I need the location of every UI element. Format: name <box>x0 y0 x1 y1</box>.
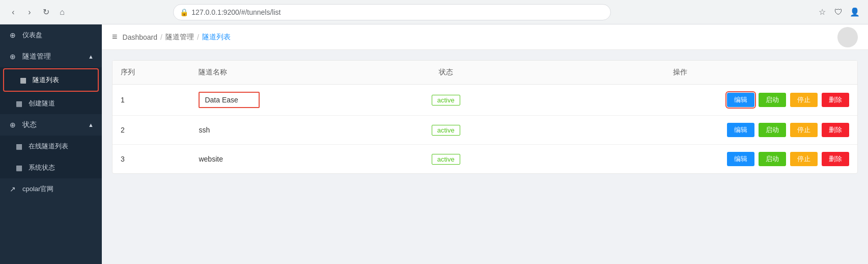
status-icon: ⊕ <box>8 121 17 129</box>
refresh-button[interactable]: ↻ <box>39 5 53 19</box>
cell-actions-2: 编辑 启动 停止 删除 <box>503 116 857 145</box>
tunnel-table: 序列 隧道名称 状态 操作 1 Data Ease <box>113 61 857 173</box>
sidebar-item-create-tunnel-label: 创建隧道 <box>29 99 55 108</box>
table-row: 3 website active 编辑 启动 停止 删除 <box>113 145 857 174</box>
th-index: 序列 <box>113 61 190 85</box>
tunnel-name-highlighted: Data Ease <box>199 92 260 108</box>
url-text: 127.0.0.1:9200/#/tunnels/list <box>191 8 281 16</box>
th-actions: 操作 <box>503 61 857 85</box>
address-bar[interactable]: 🔒 127.0.0.1:9200/#/tunnels/list <box>173 4 611 20</box>
edit-button-1[interactable]: 编辑 <box>727 93 754 107</box>
cell-actions-3: 编辑 启动 停止 删除 <box>503 145 857 174</box>
bookmark-button[interactable]: ☆ <box>815 5 829 19</box>
delete-button-2[interactable]: 删除 <box>822 123 849 137</box>
sidebar-item-cpolar[interactable]: ↗ cpolar官网 <box>0 178 102 200</box>
action-buttons-3: 编辑 启动 停止 删除 <box>511 152 849 166</box>
sidebar-item-tunnel-list[interactable]: ▦ 隧道列表 <box>3 68 99 92</box>
browser-chrome: ‹ › ↻ ⌂ 🔒 127.0.0.1:9200/#/tunnels/list … <box>0 0 868 24</box>
action-buttons-2: 编辑 启动 停止 删除 <box>511 123 849 137</box>
content-area: 序列 隧道名称 状态 操作 1 Data Ease <box>102 50 868 264</box>
sidebar-item-online-tunnels-label: 在线隧道列表 <box>29 142 68 151</box>
chevron-down-icon: ▲ <box>88 54 94 60</box>
status-badge-2: active <box>432 125 460 136</box>
start-button-3[interactable]: 启动 <box>759 152 786 166</box>
menu-toggle-icon[interactable]: ≡ <box>112 32 118 42</box>
breadcrumb-sep-2: / <box>197 33 199 41</box>
th-status: 状态 <box>388 61 503 85</box>
topbar-left: ≡ Dashboard / 隧道管理 / 隧道列表 <box>112 32 231 42</box>
main-content: ≡ Dashboard / 隧道管理 / 隧道列表 序列 隧道名称 <box>102 24 868 264</box>
edit-button-2[interactable]: 编辑 <box>727 123 754 137</box>
start-button-1[interactable]: 启动 <box>759 93 786 107</box>
shield-button[interactable]: 🛡 <box>831 5 846 19</box>
sidebar-item-dashboard[interactable]: ⊕ 仪表盘 <box>0 24 102 46</box>
home-button[interactable]: ⌂ <box>55 5 69 19</box>
browser-actions: ☆ 🛡 👤 <box>815 5 862 19</box>
status-badge-1: active <box>432 95 460 105</box>
stop-button-3[interactable]: 停止 <box>790 152 818 166</box>
sidebar: ⊕ 仪表盘 ⊕ 隧道管理 ▲ ▦ 隧道列表 ▦ 创建隧道 ⊕ 状态 ▲ <box>0 24 102 264</box>
stop-button-2[interactable]: 停止 <box>790 123 818 137</box>
sidebar-sub-tunnel: ▦ 隧道列表 ▦ 创建隧道 <box>0 67 102 114</box>
tunnel-list-icon: ▦ <box>18 76 27 84</box>
app-container: ⊕ 仪表盘 ⊕ 隧道管理 ▲ ▦ 隧道列表 ▦ 创建隧道 ⊕ 状态 ▲ <box>0 24 868 264</box>
breadcrumb-tunnel-list[interactable]: 隧道列表 <box>202 33 231 42</box>
breadcrumb: Dashboard / 隧道管理 / 隧道列表 <box>123 33 231 42</box>
cell-index-1: 1 <box>113 85 190 116</box>
tunnel-mgmt-icon: ⊕ <box>8 52 17 61</box>
tunnel-table-container: 序列 隧道名称 状态 操作 1 Data Ease <box>112 60 858 174</box>
nav-buttons: ‹ › ↻ ⌂ <box>6 5 69 19</box>
cell-name-2: ssh <box>190 116 388 145</box>
delete-button-3[interactable]: 删除 <box>822 152 849 166</box>
stop-button-1[interactable]: 停止 <box>790 93 818 107</box>
create-tunnel-icon: ▦ <box>14 99 23 108</box>
sidebar-item-tunnel-mgmt[interactable]: ⊕ 隧道管理 ▲ <box>0 46 102 67</box>
cell-status-1: active <box>388 85 503 116</box>
sidebar-item-cpolar-label: cpolar官网 <box>22 184 53 194</box>
sidebar-item-system-status-label: 系统状态 <box>29 163 55 172</box>
sidebar-sub-status: ▦ 在线隧道列表 ▦ 系统状态 <box>0 136 102 178</box>
start-button-2[interactable]: 启动 <box>759 123 786 137</box>
sidebar-item-dashboard-label: 仪表盘 <box>22 31 42 40</box>
cell-status-3: active <box>388 145 503 174</box>
breadcrumb-sep-1: / <box>160 33 162 41</box>
sidebar-item-online-tunnels[interactable]: ▦ 在线隧道列表 <box>0 136 102 157</box>
avatar[interactable] <box>837 27 858 47</box>
action-buttons-1: 编辑 启动 停止 删除 <box>511 93 849 107</box>
sidebar-item-status[interactable]: ⊕ 状态 ▲ <box>0 114 102 136</box>
cell-index-3: 3 <box>113 145 190 174</box>
back-button[interactable]: ‹ <box>6 5 20 19</box>
profile-button[interactable]: 👤 <box>848 5 862 19</box>
chevron-down-icon-2: ▲ <box>88 122 94 128</box>
sidebar-item-tunnel-mgmt-label: 隧道管理 <box>22 52 51 61</box>
sidebar-item-create-tunnel[interactable]: ▦ 创建隧道 <box>0 93 102 114</box>
system-status-icon: ▦ <box>14 164 23 172</box>
topbar: ≡ Dashboard / 隧道管理 / 隧道列表 <box>102 24 868 50</box>
cell-actions-1: 编辑 启动 停止 删除 <box>503 85 857 116</box>
cell-status-2: active <box>388 116 503 145</box>
breadcrumb-tunnel-mgmt[interactable]: 隧道管理 <box>165 33 194 42</box>
cell-name-1: Data Ease <box>190 85 388 116</box>
cpolar-icon: ↗ <box>8 185 17 193</box>
delete-button-1[interactable]: 删除 <box>822 93 849 107</box>
th-name: 隧道名称 <box>190 61 388 85</box>
dashboard-icon: ⊕ <box>8 31 17 39</box>
security-icon: 🔒 <box>180 8 188 16</box>
forward-button[interactable]: › <box>22 5 37 19</box>
breadcrumb-dashboard[interactable]: Dashboard <box>123 33 158 41</box>
cell-index-2: 2 <box>113 116 190 145</box>
table-row: 2 ssh active 编辑 启动 停止 删除 <box>113 116 857 145</box>
sidebar-item-tunnel-list-label: 隧道列表 <box>33 75 59 85</box>
table-header-row: 序列 隧道名称 状态 操作 <box>113 61 857 85</box>
table-row: 1 Data Ease active 编辑 启动 <box>113 85 857 116</box>
sidebar-item-status-label: 状态 <box>22 120 37 129</box>
cell-name-3: website <box>190 145 388 174</box>
edit-button-3[interactable]: 编辑 <box>727 152 754 166</box>
status-badge-3: active <box>432 154 460 165</box>
online-tunnels-icon: ▦ <box>14 142 23 150</box>
sidebar-item-system-status[interactable]: ▦ 系统状态 <box>0 157 102 178</box>
